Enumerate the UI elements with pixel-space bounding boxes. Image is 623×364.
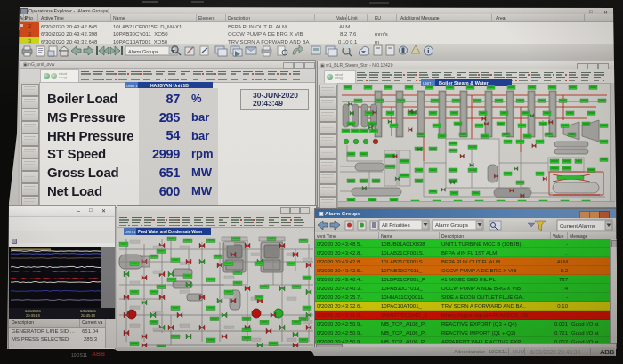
svg-text:Alarm Groups: Alarm Groups: [435, 222, 468, 228]
svg-text:i: i: [427, 47, 429, 55]
svg-text:Current Alarms: Current Alarms: [560, 223, 595, 229]
svg-text:Alarm Groups: Alarm Groups: [128, 49, 158, 54]
svg-text:All Priorities: All Priorities: [382, 222, 410, 228]
